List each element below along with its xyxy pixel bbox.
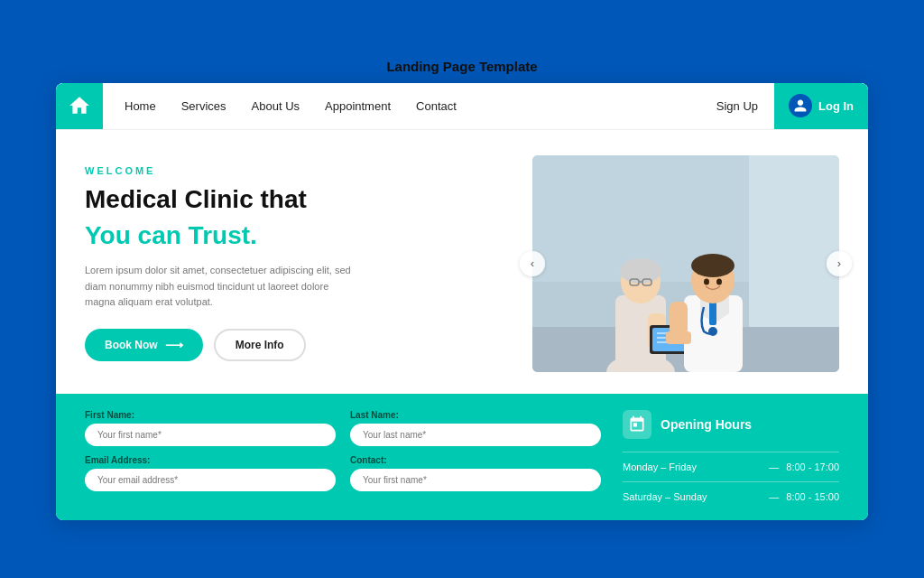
hero-title-teal: You can Trust. — [85, 221, 514, 250]
svg-point-25 — [716, 278, 722, 284]
carousel-prev-button[interactable]: ‹ — [520, 251, 545, 276]
oh-divider2 — [623, 481, 839, 482]
oh-day-weekend: Saturday – Sunday — [623, 491, 762, 502]
form-group-email: Email Address: — [85, 455, 336, 491]
more-info-button[interactable]: More Info — [214, 329, 306, 361]
carousel-next-button[interactable]: › — [827, 251, 852, 276]
svg-point-24 — [704, 278, 709, 284]
oh-dash-weekday: — — [762, 461, 786, 472]
hero-welcome: WELCOME — [85, 165, 514, 176]
hero-illustration — [532, 155, 839, 372]
navbar: Home Services About Us Appointment Conta… — [56, 83, 868, 130]
navbar-logo[interactable] — [56, 83, 103, 130]
user-icon — [789, 94, 812, 117]
first-name-label: First Name: — [85, 410, 336, 420]
last-name-input[interactable] — [350, 424, 601, 446]
form-group-lastname: Last Name: — [350, 410, 601, 446]
opening-hours-header: Opening Hours — [623, 410, 839, 439]
contact-input[interactable] — [350, 469, 601, 491]
calendar-icon — [628, 415, 646, 434]
navbar-right: Sign Up Log In — [716, 83, 868, 130]
contact-label: Contact: — [350, 455, 601, 465]
login-button[interactable]: Log In — [774, 83, 868, 130]
hero-content: WELCOME Medical Clinic that You can Trus… — [85, 155, 514, 372]
oh-dash-weekend: — — [762, 491, 786, 502]
login-label: Log In — [818, 99, 854, 113]
hero-image — [532, 155, 839, 372]
nav-services[interactable]: Services — [181, 99, 226, 113]
email-label: Email Address: — [85, 455, 336, 465]
svg-point-26 — [708, 327, 717, 336]
hero-description: Lorem ipsum dolor sit amet, consectetuer… — [85, 263, 356, 311]
nav-appointment[interactable]: Appointment — [325, 99, 391, 113]
svg-rect-27 — [670, 302, 688, 336]
contact-form: First Name: Last Name: Email Address: Co… — [85, 410, 601, 491]
nav-contact[interactable]: Contact — [416, 99, 457, 113]
opening-hours-title: Opening Hours — [661, 417, 752, 432]
first-name-input[interactable] — [85, 424, 336, 446]
svg-point-23 — [691, 254, 735, 277]
navbar-links: Home Services About Us Appointment Conta… — [103, 99, 716, 113]
svg-rect-28 — [666, 331, 691, 344]
svg-point-8 — [620, 258, 661, 284]
book-now-button[interactable]: Book Now ⟶ — [85, 329, 203, 361]
oh-row-weekday: Monday – Friday — 8:00 - 17:00 — [623, 461, 839, 472]
oh-divider — [623, 452, 839, 452]
oh-row-weekend: Saturday – Sunday — 8:00 - 15:00 — [623, 491, 839, 502]
form-group-firstname: First Name: — [85, 410, 336, 446]
nav-about[interactable]: About Us — [252, 99, 300, 113]
hero-image-area: ‹ — [532, 155, 839, 372]
oh-day-weekday: Monday – Friday — [623, 461, 762, 472]
hero-buttons: Book Now ⟶ More Info — [85, 329, 514, 361]
nav-home[interactable]: Home — [125, 99, 156, 113]
hero-section: WELCOME Medical Clinic that You can Trus… — [56, 130, 868, 394]
signup-link[interactable]: Sign Up — [716, 99, 765, 113]
bottom-section: First Name: Last Name: Email Address: Co… — [56, 394, 868, 520]
home-icon — [68, 94, 91, 117]
landing-card: Home Services About Us Appointment Conta… — [56, 83, 868, 520]
calendar-icon-container — [623, 410, 651, 439]
page-title: Landing Page Template — [0, 59, 924, 74]
arrow-right-icon: ⟶ — [165, 338, 183, 352]
last-name-label: Last Name: — [350, 410, 601, 420]
person-icon — [793, 98, 808, 113]
hero-title-black: Medical Clinic that — [85, 185, 514, 214]
oh-time-weekday: 8:00 - 17:00 — [786, 461, 839, 472]
email-input[interactable] — [85, 469, 336, 491]
form-group-contact: Contact: — [350, 455, 601, 491]
opening-hours: Opening Hours Monday – Friday — 8:00 - 1… — [623, 410, 839, 502]
oh-time-weekend: 8:00 - 15:00 — [786, 491, 839, 502]
book-now-label: Book Now — [105, 339, 158, 351]
